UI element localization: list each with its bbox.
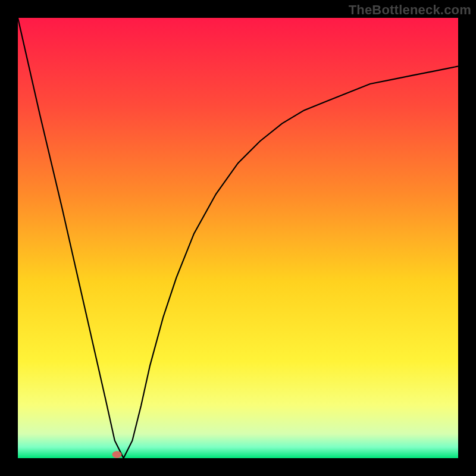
chart-container: TheBottleneck.com bbox=[0, 0, 476, 476]
minimum-marker bbox=[112, 451, 122, 458]
plot-background bbox=[18, 18, 458, 458]
attribution-label: TheBottleneck.com bbox=[349, 2, 471, 18]
bottleneck-chart bbox=[0, 0, 476, 476]
